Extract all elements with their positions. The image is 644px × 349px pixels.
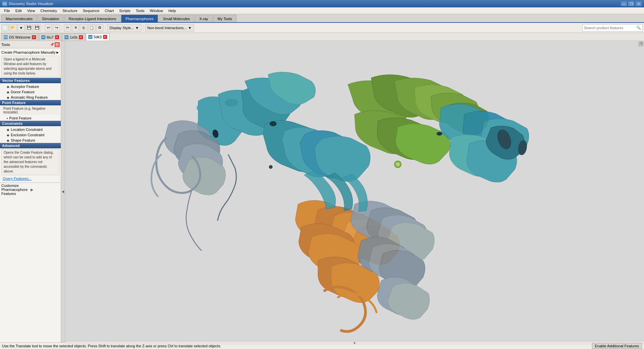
display-style-label: Display Style... xyxy=(109,26,134,30)
tab-1x0s[interactable]: M 1x0s ✕ xyxy=(62,33,85,41)
panel-desc: Open a ligand in a Molecule Window and a… xyxy=(1,56,59,77)
copy-button[interactable]: ⎘ xyxy=(80,24,87,32)
point-feature-header: Point Feature xyxy=(0,100,61,105)
tab-macromolecules[interactable]: Macromolecules xyxy=(1,15,37,22)
menubar: File Edit View Chemistry Structure Seque… xyxy=(0,7,644,14)
point-feature-desc: Point Feature (e.g. Negative Ionizable) xyxy=(1,106,59,115)
6lu7-close[interactable]: ✕ xyxy=(55,35,59,39)
display-style-arrow: ▼ xyxy=(135,26,139,30)
tab-xray[interactable]: X-ray xyxy=(195,15,213,22)
panel-content: Create Pharmacophore Manually ► Open a l… xyxy=(0,48,61,342)
paste-button[interactable]: 📋 xyxy=(88,24,95,32)
expand-icon: ► xyxy=(56,50,59,54)
search-box[interactable]: 🔍 xyxy=(582,24,643,32)
customize-icon[interactable]: ▶ xyxy=(31,188,60,192)
aromatic-ring-feature-item[interactable]: ◈ Aromatic Ring Feature xyxy=(0,95,61,100)
5dk3-close[interactable]: ✕ xyxy=(103,35,107,39)
shape-icon: ◈ xyxy=(7,139,9,142)
tab-6lu7[interactable]: M 6lu7 ✕ xyxy=(39,33,61,41)
tab-simulation[interactable]: Simulation xyxy=(38,15,63,22)
menu-chemistry[interactable]: Chemistry xyxy=(38,7,60,14)
svg-point-2 xyxy=(225,99,238,107)
menu-edit[interactable]: Edit xyxy=(13,7,25,14)
panel-close-button[interactable]: ✕ xyxy=(55,42,59,47)
settings-button[interactable]: ⚙ xyxy=(96,24,103,32)
nonbond-label: Non-bond Interactions... xyxy=(147,26,187,30)
menu-file[interactable]: File xyxy=(1,7,13,14)
menu-tools[interactable]: Tools xyxy=(133,7,147,14)
exclusion-constraint-item[interactable]: ◈ Exclusion Constraint xyxy=(0,132,61,138)
save-button[interactable]: 💾 xyxy=(26,24,33,32)
menu-window[interactable]: Window xyxy=(147,7,166,14)
advanced-desc: Opens the Create Feature dialog, which c… xyxy=(1,149,59,175)
sep2 xyxy=(62,24,62,32)
acceptor-icon: ◈ xyxy=(7,85,9,89)
tab-5dk3[interactable]: M 5dk3 ✕ xyxy=(86,33,109,41)
delete-button[interactable]: ✕ xyxy=(72,24,79,32)
minimize-button[interactable]: — xyxy=(620,1,627,6)
panel-collapse-button[interactable]: ◄ xyxy=(61,41,65,342)
point-feature-item[interactable]: ▪ Point Feature xyxy=(0,115,61,121)
sep1 xyxy=(43,24,43,32)
shape-feature-item[interactable]: ◈ Shape Feature xyxy=(0,138,61,143)
undo-button[interactable]: ↩ xyxy=(45,24,52,32)
titlebar: DS Discovery Studio Visualizer — ❒ ✕ xyxy=(0,0,644,7)
menu-structure[interactable]: Structure xyxy=(60,7,80,14)
svg-point-10 xyxy=(437,132,442,135)
enable-features-button[interactable]: Enable Additional Features xyxy=(592,343,642,349)
donor-feature-item[interactable]: ◈ Donor Feature xyxy=(0,89,61,95)
viewport-container: ❐ ▼ xyxy=(65,41,644,342)
protein-visualization xyxy=(65,41,644,341)
tab-my-tools[interactable]: My Tools xyxy=(213,15,236,22)
menu-help[interactable]: Help xyxy=(166,7,179,14)
menu-view[interactable]: View xyxy=(25,7,38,14)
close-button[interactable]: ✕ xyxy=(635,1,642,6)
acceptor-feature-item[interactable]: ◈ Acceptor Feature xyxy=(0,84,61,89)
svg-point-1 xyxy=(196,103,213,113)
svg-point-4 xyxy=(396,162,400,166)
menu-chart[interactable]: Chart xyxy=(102,7,117,14)
1x0s-label: 1x0s xyxy=(70,35,78,39)
tab-receptor-ligand[interactable]: Receptor-Ligand Interactions xyxy=(64,15,120,22)
advanced-header: Advanced xyxy=(0,143,61,148)
main-area: Tools 📌 ✕ Create Pharmacophore Manually … xyxy=(0,41,644,342)
open-button[interactable]: 📂 xyxy=(9,24,17,32)
molecule-view[interactable]: ❐ xyxy=(65,41,644,341)
window-controls: — ❒ ✕ xyxy=(620,1,642,6)
cut-button[interactable]: ✂ xyxy=(64,24,71,32)
location-constraint-item[interactable]: ◈ Location Constraint xyxy=(0,127,61,132)
nonbond-arrow: ▼ xyxy=(188,26,192,30)
app-title: Discovery Studio Visualizer xyxy=(9,2,620,6)
query-features-link[interactable]: Query Features... xyxy=(0,176,61,181)
tab-small-molecules[interactable]: Small Molecules xyxy=(158,15,194,22)
restore-button[interactable]: ❒ xyxy=(628,1,635,6)
create-pharmacophore-item[interactable]: Create Pharmacophore Manually ► xyxy=(0,50,61,55)
menu-sequence[interactable]: Sequence xyxy=(80,7,102,14)
pin-icon[interactable]: 📌 xyxy=(50,43,54,46)
search-input[interactable] xyxy=(584,26,636,30)
left-panel: Tools 📌 ✕ Create Pharmacophore Manually … xyxy=(0,41,61,342)
point-icon: ▪ xyxy=(7,116,8,120)
redo-button[interactable]: ↪ xyxy=(53,24,60,32)
open-recent-button[interactable]: ▼ xyxy=(17,24,25,32)
ds-welcome-close[interactable]: ✕ xyxy=(32,35,36,39)
sep4 xyxy=(143,24,143,32)
1x0s-close[interactable]: ✕ xyxy=(79,35,83,39)
1x0s-icon: M xyxy=(64,35,68,39)
new-button[interactable]: 📄 xyxy=(1,24,9,32)
save-as-button[interactable]: 💾 xyxy=(34,24,41,32)
tabs-strip: DS DS Welcome ✕ M 6lu7 ✕ M 1x0s ✕ M 5dk3… xyxy=(0,33,644,41)
panel-header: Tools 📌 ✕ xyxy=(0,41,61,48)
tab-pharmacophores[interactable]: Pharmacophores xyxy=(121,15,158,22)
viewport-maximize-button[interactable]: ❐ xyxy=(639,42,643,46)
menu-scripts[interactable]: Scripts xyxy=(117,7,133,14)
tab-ds-welcome[interactable]: DS DS Welcome ✕ xyxy=(1,33,38,41)
constraints-header: Constraints xyxy=(0,121,61,126)
nonbond-dropdown[interactable]: Non-bond Interactions... ▼ xyxy=(145,24,194,32)
display-style-dropdown[interactable]: Display Style... ▼ xyxy=(107,24,141,32)
customize-row: Customize Pharmacophore Features ▶ xyxy=(0,183,61,196)
app-icon: DS xyxy=(2,1,7,6)
5dk3-icon: M xyxy=(88,35,92,39)
status-text: Use the Translate tool to move the selec… xyxy=(2,344,592,348)
aromatic-icon: ◈ xyxy=(7,96,9,99)
